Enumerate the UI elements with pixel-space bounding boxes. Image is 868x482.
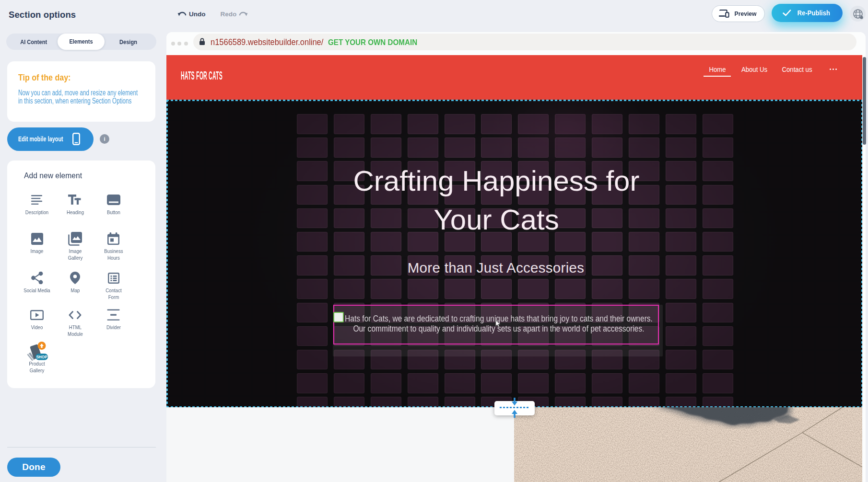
svg-text:SHOP: SHOP xyxy=(36,355,47,359)
